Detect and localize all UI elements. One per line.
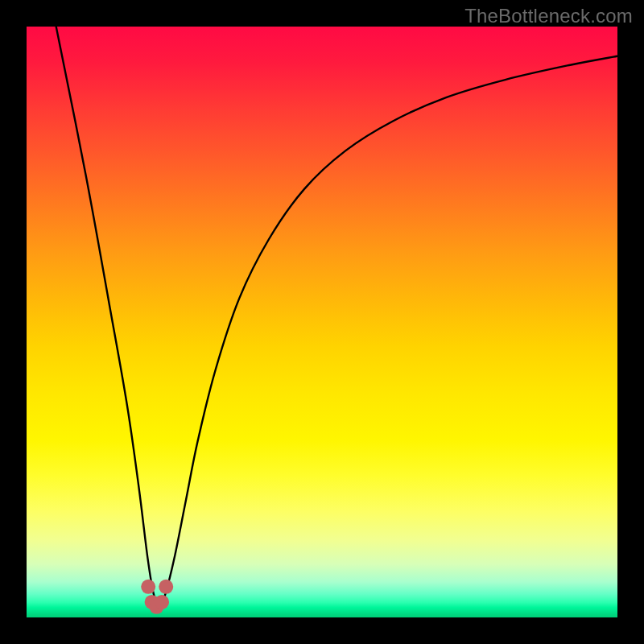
highlight-marker [141, 580, 155, 594]
highlight-marker [159, 580, 173, 594]
watermark-text: TheBottleneck.com [464, 5, 633, 27]
bottleneck-curve [27, 27, 617, 617]
highlight-marker [155, 595, 169, 609]
plot-area [27, 27, 617, 617]
chart-frame: TheBottleneck.com [0, 0, 644, 644]
